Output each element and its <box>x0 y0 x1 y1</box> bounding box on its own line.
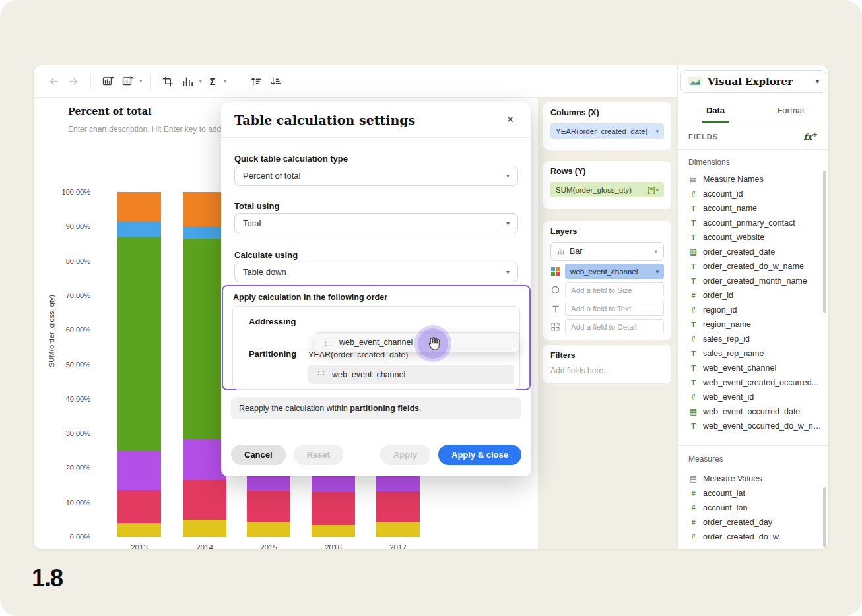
bar-segment-blue[interactable] <box>117 221 161 237</box>
bar-segment-orange[interactable] <box>117 192 161 221</box>
detail-field-dropzone[interactable]: Add a field to Detail <box>565 319 664 334</box>
reset-button[interactable]: Reset <box>294 445 343 465</box>
field-item[interactable]: order_created_month_name <box>684 274 823 288</box>
field-item[interactable]: account_id <box>684 187 823 201</box>
field-type-icon <box>688 204 698 212</box>
bar-chart-icon <box>557 247 565 255</box>
field-item[interactable]: order_created_do_w <box>684 530 823 544</box>
aggregate-button[interactable]: Σ <box>203 72 222 90</box>
bar-segment-crimson[interactable] <box>183 480 226 520</box>
bar-segment-orange[interactable] <box>183 192 226 226</box>
bar-segment-yellow[interactable] <box>117 523 161 537</box>
field-name: order_created_do_w <box>703 532 779 541</box>
field-name: order_id <box>703 291 733 300</box>
columns-field-pill[interactable]: YEAR(order_created_date) <box>550 123 664 139</box>
bar-segment-yellow[interactable] <box>183 520 226 537</box>
field-item[interactable]: web_event_occurred_date <box>684 404 823 419</box>
field-item[interactable]: account_name <box>684 201 823 216</box>
visual-explorer-switcher[interactable]: Visual Explorer <box>680 70 826 93</box>
tab-format[interactable]: Format <box>753 98 828 123</box>
partitioning-item-chip[interactable]: web_event_channel <box>308 365 514 384</box>
size-field-dropzone[interactable]: Add a field to Size <box>565 282 664 297</box>
bar-segment-yellow[interactable] <box>247 522 290 537</box>
sort-descending-button[interactable] <box>267 72 285 90</box>
field-item[interactable]: web_event_id <box>684 390 823 404</box>
total-using-select[interactable]: Total <box>234 213 518 233</box>
chevron-down-icon[interactable] <box>199 78 203 84</box>
bar-segment-blue[interactable] <box>183 226 226 238</box>
dragged-field-chip[interactable]: web_event_channel <box>315 332 519 352</box>
chart-title[interactable]: Percent of total <box>68 106 152 117</box>
partitioning-label: Partitioning <box>249 349 296 359</box>
bar-segment-yellow[interactable] <box>312 525 355 537</box>
bar-segment-yellow[interactable] <box>376 522 420 537</box>
scrollbar-thumb[interactable] <box>823 487 826 547</box>
scrollbar-thumb[interactable] <box>823 171 826 313</box>
field-item[interactable]: web_event_occurred_do_w_na... <box>684 419 823 433</box>
drag-handle-icon[interactable] <box>322 338 333 347</box>
field-item[interactable]: region_name <box>684 317 823 332</box>
field-item[interactable]: account_primary_contact <box>684 216 823 230</box>
dialog-header: Table calculation settings <box>221 102 531 138</box>
bar-segment-crimson[interactable] <box>117 490 161 523</box>
text-shelf-row: Add a field to Text <box>550 301 664 316</box>
clear-chart-button[interactable] <box>119 72 137 90</box>
field-name: web_event_occurred_do_w_na... <box>703 421 823 431</box>
close-icon[interactable] <box>502 112 518 128</box>
calculate-using-label: Calculate using <box>234 250 298 260</box>
field-item[interactable]: order_created_day <box>684 515 823 530</box>
quick-type-select[interactable]: Percent of total <box>234 166 518 186</box>
add-calculated-field-icon[interactable] <box>803 131 818 142</box>
chevron-down-icon[interactable] <box>139 78 143 84</box>
tab-data[interactable]: Data <box>678 98 753 123</box>
app-window: Σ Percent of total Enter chart descripti… <box>34 65 828 549</box>
field-item[interactable]: order_id <box>684 288 823 303</box>
bar-segment-green[interactable] <box>117 237 161 450</box>
field-item[interactable]: web_event_created_occurred... <box>684 375 823 390</box>
histogram-button[interactable] <box>179 72 197 90</box>
text-field-dropzone[interactable]: Add a field to Text <box>565 301 664 316</box>
cancel-button[interactable]: Cancel <box>231 445 286 465</box>
layer-type-select[interactable]: Bar <box>550 242 664 261</box>
chevron-down-icon <box>506 220 510 227</box>
sort-ascending-button[interactable] <box>247 72 265 90</box>
chevron-down-icon <box>506 268 510 276</box>
field-item[interactable]: account_website <box>684 230 823 245</box>
field-item[interactable]: sales_rep_id <box>684 332 823 346</box>
color-field-pill[interactable]: web_event_channel <box>565 264 664 279</box>
field-item[interactable]: account_lat <box>684 486 823 501</box>
field-name: Measure Names <box>703 175 764 184</box>
columns-field-label: YEAR(order_created_date) <box>556 127 647 135</box>
chart-description-field[interactable]: Enter chart description. Hit Enter key t… <box>68 125 238 134</box>
bar-segment-green[interactable] <box>183 239 226 439</box>
field-item[interactable]: region_id <box>684 303 823 317</box>
field-item[interactable]: Measure Names <box>684 172 823 187</box>
bar-segment-crimson[interactable] <box>247 491 290 522</box>
bar-segment-purple[interactable] <box>183 439 226 480</box>
field-item[interactable]: web_event_channel <box>684 361 823 375</box>
filters-shelf-title: Filters <box>550 351 664 360</box>
field-item[interactable] <box>684 544 823 549</box>
back-button[interactable] <box>44 72 63 90</box>
field-type-icon <box>688 407 698 416</box>
bar-segment-crimson[interactable] <box>376 491 420 522</box>
chevron-down-icon[interactable] <box>224 78 227 84</box>
crop-button[interactable] <box>159 72 178 90</box>
apply-and-close-button[interactable]: Apply & close <box>438 445 521 465</box>
field-item[interactable]: order_created_date <box>684 245 823 259</box>
field-item[interactable]: sales_rep_name <box>684 346 823 361</box>
bar-segment-purple[interactable] <box>117 450 161 490</box>
x-axis-tick-label: 2013 <box>118 543 160 549</box>
duplicate-chart-button[interactable] <box>99 72 117 90</box>
field-type-icon <box>688 518 698 526</box>
forward-button[interactable] <box>64 72 83 90</box>
field-item[interactable]: Measure Values <box>684 472 823 486</box>
field-item[interactable]: order_created_do_w_name <box>684 259 823 274</box>
bar-segment-crimson[interactable] <box>312 492 355 525</box>
drag-handle-icon[interactable] <box>315 370 325 379</box>
apply-button[interactable]: Apply <box>380 445 430 465</box>
rows-field-pill[interactable]: SUM(order_gloss_qty) [*] <box>550 182 664 197</box>
field-item[interactable]: account_lon <box>684 501 823 515</box>
filters-dropzone[interactable]: Add fields here... <box>550 366 664 375</box>
calculate-using-select[interactable]: Table down <box>234 262 518 282</box>
